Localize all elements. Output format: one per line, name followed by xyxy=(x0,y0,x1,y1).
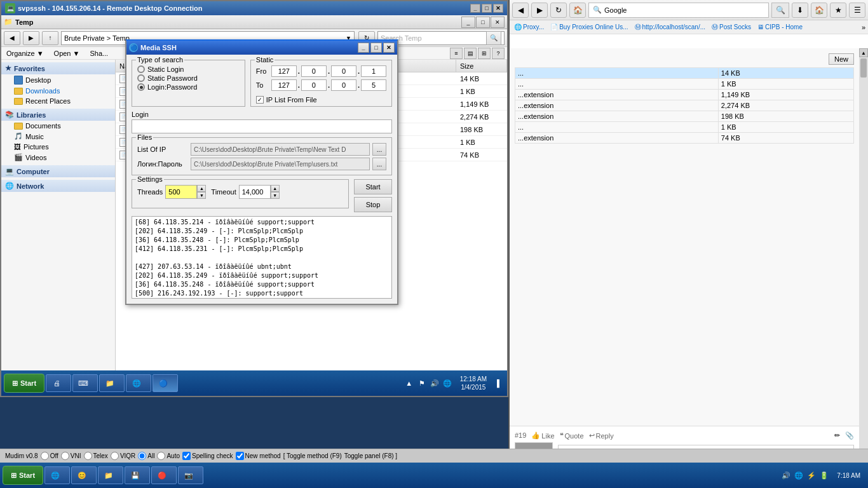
table-row[interactable]: ... 1 KB xyxy=(515,122,854,133)
timeout-down[interactable]: ▼ xyxy=(271,192,280,199)
like-button[interactable]: 👍 Like xyxy=(531,431,554,440)
list-of-ip-input[interactable] xyxy=(191,143,370,156)
outer-start-button[interactable]: ⊞ Start xyxy=(3,466,43,485)
computer-header[interactable]: 💻 Computer xyxy=(1,165,115,177)
taskbar-printer[interactable]: 🖨 xyxy=(46,374,71,392)
table-row[interactable]: ...extension 2,274 KB xyxy=(515,100,854,111)
taskbar-browser[interactable]: 🌐 xyxy=(126,374,151,392)
start-button[interactable]: ⊞ Start xyxy=(4,374,44,393)
ime-all-radio[interactable] xyxy=(138,452,146,460)
ime-new-method[interactable]: New method xyxy=(236,452,281,460)
explorer-minimize[interactable]: _ xyxy=(461,17,475,28)
bookmark-proxy[interactable]: 🌐 Proxy... xyxy=(512,24,546,30)
edit-icon[interactable]: ✏ xyxy=(834,431,840,440)
help-button[interactable]: ? xyxy=(492,48,505,59)
table-row[interactable]: ... 14 KB xyxy=(515,68,854,79)
sidebar-item-music[interactable]: 🎵 Music xyxy=(1,131,115,142)
ime-auto[interactable]: Auto xyxy=(157,452,180,460)
scroll-thumb[interactable] xyxy=(860,58,867,78)
to-ip-4[interactable] xyxy=(361,79,386,91)
new-thread-button[interactable]: New xyxy=(829,53,854,65)
forward-button[interactable]: ▶ xyxy=(23,31,39,45)
ime-all[interactable]: All xyxy=(138,452,154,460)
view-list[interactable]: ≡ xyxy=(450,48,463,59)
threads-input[interactable] xyxy=(165,185,197,199)
expand-bookmarks[interactable]: » xyxy=(862,24,865,31)
outer-browser-item[interactable]: 🌐 xyxy=(44,466,70,484)
browser-star[interactable]: ★ xyxy=(830,3,846,18)
start-button[interactable]: Start xyxy=(354,179,392,194)
back-button[interactable]: ◀ xyxy=(4,31,20,45)
ime-vni-radio[interactable] xyxy=(61,452,69,460)
dialog-maximize[interactable]: □ xyxy=(370,43,382,53)
outer-systray-icon-1[interactable]: 🔊 xyxy=(781,470,791,480)
browser-go[interactable]: 🔍 xyxy=(771,3,789,18)
browser-forward[interactable]: ▶ xyxy=(531,3,548,18)
list-of-ip-browse[interactable]: ... xyxy=(372,143,386,156)
scroll-up-btn[interactable]: ▲ xyxy=(859,48,868,57)
threads-up[interactable]: ▲ xyxy=(197,185,206,192)
table-row[interactable]: ...extension 198 KB xyxy=(515,111,854,122)
new-method-checkbox[interactable] xyxy=(236,452,244,460)
search-button[interactable]: 🔍 xyxy=(486,31,501,45)
browser-download[interactable]: ⬇ xyxy=(792,3,808,18)
rd-close[interactable]: ✕ xyxy=(493,4,503,13)
rd-restore[interactable]: □ xyxy=(482,4,492,13)
bookmark-cipb[interactable]: 🖥 CIPB - Home xyxy=(756,24,804,30)
open-menu[interactable]: Open ▼ xyxy=(51,49,83,58)
from-ip-3[interactable] xyxy=(331,65,356,77)
attach-icon[interactable]: 📎 xyxy=(845,431,854,440)
table-row[interactable]: ... 1 KB xyxy=(515,79,854,90)
sidebar-item-downloads[interactable]: Downloads xyxy=(1,86,115,96)
dialog-close[interactable]: ✕ xyxy=(383,43,395,53)
browser-settings[interactable]: ☰ xyxy=(849,3,865,18)
network-header[interactable]: 🌐 Network xyxy=(1,180,115,192)
radio-static-login[interactable]: Static Login xyxy=(137,65,240,73)
ime-auto-radio[interactable] xyxy=(157,452,165,460)
threads-down[interactable]: ▼ xyxy=(197,192,206,199)
up-button[interactable]: ↑ xyxy=(42,31,58,45)
sidebar-item-recent[interactable]: Recent Places xyxy=(1,96,115,106)
ime-viqr[interactable]: VIQR xyxy=(111,452,135,460)
explorer-restore[interactable]: □ xyxy=(476,17,490,28)
to-ip-3[interactable] xyxy=(331,79,356,91)
rd-minimize[interactable]: _ xyxy=(470,4,480,13)
outer-camera-item[interactable]: 📷 xyxy=(178,466,203,484)
dialog-minimize[interactable]: _ xyxy=(358,43,369,53)
timeout-up[interactable]: ▲ xyxy=(271,185,280,192)
browser-home[interactable]: 🏠 xyxy=(569,3,586,18)
sidebar-item-videos[interactable]: 🎬 Videos xyxy=(1,152,115,163)
systray-up-icon[interactable]: ▲ xyxy=(404,378,414,388)
ime-viqr-radio[interactable] xyxy=(111,452,119,460)
sidebar-item-desktop[interactable]: Desktop xyxy=(1,74,115,86)
sidebar-item-pictures[interactable]: 🖼 Pictures xyxy=(1,142,115,152)
table-row[interactable]: ...extension 1,149 KB xyxy=(515,90,854,100)
radio-static-password[interactable]: Static Password xyxy=(137,74,240,82)
ime-off-radio[interactable] xyxy=(41,452,49,460)
favorites-header[interactable]: ★ Favorites xyxy=(1,62,115,74)
explorer-close[interactable]: ✕ xyxy=(491,17,505,28)
login-input[interactable] xyxy=(132,119,392,133)
bookmark-post-socks[interactable]: Ⓜ Post Socks xyxy=(710,23,753,32)
outer-systray-icon-2[interactable]: 🌐 xyxy=(794,470,804,480)
from-ip-1[interactable] xyxy=(271,65,297,77)
ime-telex-radio[interactable] xyxy=(84,452,92,460)
spelling-check-checkbox[interactable] xyxy=(182,452,191,460)
taskbar-explorer[interactable]: 📁 xyxy=(99,374,125,392)
login-pass-input[interactable] xyxy=(191,158,370,170)
ime-telex[interactable]: Telex xyxy=(84,452,108,460)
bookmark-buy-proxies[interactable]: 📄 Buy Proxies Online Us... xyxy=(548,24,630,30)
ime-vni[interactable]: VNI xyxy=(61,452,81,460)
libraries-header[interactable]: 📚 Libraries xyxy=(1,109,115,121)
outer-disk-item[interactable]: 💾 xyxy=(125,466,150,484)
show-desktop-btn[interactable]: ▌ xyxy=(494,378,505,388)
bookmark-localhost[interactable]: Ⓜ http://localhost/scan/... xyxy=(633,23,708,32)
share-menu[interactable]: Sha... xyxy=(87,49,111,58)
to-ip-2[interactable] xyxy=(301,79,327,91)
taskbar-terminal[interactable]: ⌨ xyxy=(72,374,98,392)
from-ip-2[interactable] xyxy=(301,65,327,77)
ime-spelling-check[interactable]: Spelling check xyxy=(182,452,233,460)
organize-menu[interactable]: Organize ▼ xyxy=(4,49,46,58)
col-size[interactable]: Size xyxy=(456,60,507,72)
radio-login-password[interactable]: Login:Password xyxy=(137,83,240,91)
